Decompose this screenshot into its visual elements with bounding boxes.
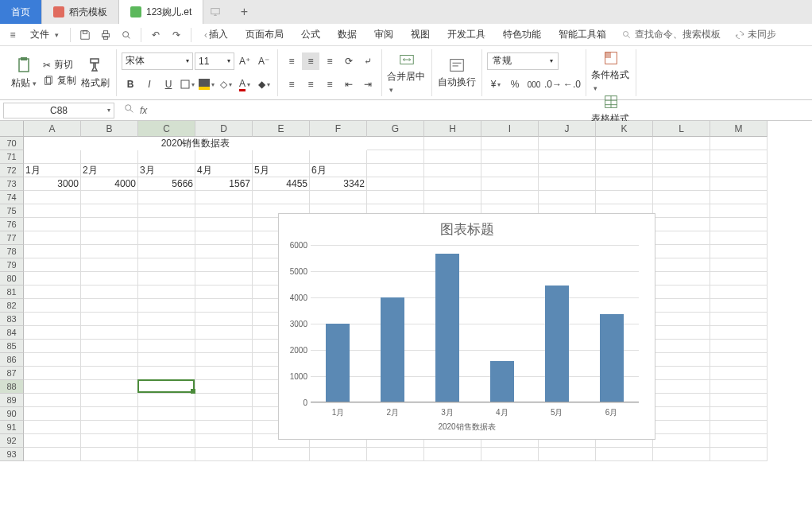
- cell[interactable]: [653, 367, 710, 380]
- cell[interactable]: [24, 218, 81, 231]
- cell[interactable]: [653, 340, 710, 353]
- column-header[interactable]: B: [81, 121, 138, 137]
- cell[interactable]: [367, 448, 424, 461]
- column-header[interactable]: E: [253, 121, 310, 137]
- cell[interactable]: [710, 353, 768, 367]
- row-header[interactable]: 78: [0, 245, 24, 258]
- row-header[interactable]: 86: [0, 353, 24, 367]
- cell[interactable]: [24, 231, 81, 245]
- row-header[interactable]: 82: [0, 299, 24, 313]
- cell[interactable]: 3000: [24, 177, 81, 191]
- chart-title[interactable]: 图表标题: [279, 214, 655, 242]
- cell[interactable]: [481, 177, 539, 191]
- bold-button[interactable]: B: [122, 76, 139, 93]
- cell[interactable]: [138, 353, 195, 367]
- cell[interactable]: [81, 218, 138, 231]
- row-header[interactable]: 85: [0, 340, 24, 353]
- cell[interactable]: [195, 340, 253, 353]
- menu-data[interactable]: 数据: [330, 24, 365, 46]
- cell[interactable]: [24, 258, 81, 272]
- cell[interactable]: [195, 218, 253, 231]
- cell[interactable]: [195, 150, 253, 164]
- row-header[interactable]: 80: [0, 272, 24, 286]
- cell[interactable]: [81, 245, 138, 258]
- increase-font-icon[interactable]: A⁺: [236, 52, 253, 70]
- column-header[interactable]: D: [195, 121, 253, 137]
- cell[interactable]: [24, 421, 81, 434]
- menu-view[interactable]: 视图: [403, 24, 438, 46]
- tab-document[interactable]: 123婉儿.et: [119, 0, 203, 24]
- row-header[interactable]: 70: [0, 137, 24, 150]
- cell[interactable]: [653, 326, 710, 340]
- copy-button[interactable]: 复制: [43, 73, 76, 89]
- cell[interactable]: [138, 313, 195, 326]
- file-menu[interactable]: 文件: [24, 28, 65, 41]
- cell[interactable]: [138, 150, 195, 164]
- column-header[interactable]: F: [310, 121, 367, 137]
- row-header[interactable]: 73: [0, 177, 24, 191]
- cell[interactable]: 5月: [253, 164, 310, 177]
- cell[interactable]: [653, 218, 710, 231]
- cell[interactable]: [596, 164, 653, 177]
- cell[interactable]: [710, 245, 768, 258]
- menu-special[interactable]: 特色功能: [495, 24, 549, 46]
- cell[interactable]: [138, 407, 195, 421]
- row-header[interactable]: 93: [0, 448, 24, 461]
- cell[interactable]: [539, 191, 596, 204]
- column-header[interactable]: L: [653, 121, 710, 137]
- cell[interactable]: [653, 394, 710, 407]
- cell[interactable]: [138, 231, 195, 245]
- percent-icon[interactable]: %: [506, 76, 524, 93]
- cell[interactable]: [653, 231, 710, 245]
- cell[interactable]: [710, 137, 768, 150]
- wrap-icon[interactable]: ⤶: [359, 52, 377, 70]
- row-header[interactable]: 83: [0, 313, 24, 326]
- cell[interactable]: [81, 407, 138, 421]
- cell[interactable]: [81, 313, 138, 326]
- cell[interactable]: [24, 204, 81, 218]
- row-header[interactable]: 79: [0, 258, 24, 272]
- cell[interactable]: [24, 407, 81, 421]
- cell[interactable]: [138, 326, 195, 340]
- cell[interactable]: [710, 177, 768, 191]
- orientation-icon[interactable]: ⟳: [340, 52, 358, 70]
- column-header[interactable]: A: [24, 121, 81, 137]
- cell[interactable]: [596, 150, 653, 164]
- indent-increase-icon[interactable]: ⇥: [359, 76, 377, 93]
- cell[interactable]: [81, 434, 138, 448]
- cell[interactable]: [539, 150, 596, 164]
- cell[interactable]: [24, 286, 81, 299]
- wrap-text-button[interactable]: 自动换行: [437, 56, 477, 89]
- app-menu-icon[interactable]: ≡: [3, 25, 22, 45]
- clear-button[interactable]: ◇: [217, 76, 234, 93]
- cell[interactable]: [195, 367, 253, 380]
- cell[interactable]: [710, 367, 768, 380]
- cell[interactable]: [81, 353, 138, 367]
- cell[interactable]: [81, 394, 138, 407]
- cell[interactable]: [81, 326, 138, 340]
- cell[interactable]: [81, 299, 138, 313]
- cell[interactable]: 1567: [195, 177, 253, 191]
- chart-bar[interactable]: [545, 286, 569, 402]
- cell[interactable]: [81, 340, 138, 353]
- column-header[interactable]: I: [481, 121, 539, 137]
- cell[interactable]: [138, 299, 195, 313]
- column-header[interactable]: K: [596, 121, 653, 137]
- cell[interactable]: 3月: [138, 164, 195, 177]
- cell[interactable]: [253, 448, 310, 461]
- cell[interactable]: [81, 367, 138, 380]
- cell[interactable]: [653, 177, 710, 191]
- decrease-decimal-icon[interactable]: ←.0: [563, 76, 581, 93]
- cell[interactable]: [81, 231, 138, 245]
- cell[interactable]: [653, 299, 710, 313]
- cell[interactable]: [710, 394, 768, 407]
- cell[interactable]: [481, 448, 539, 461]
- border-button[interactable]: [179, 76, 196, 93]
- fill-color-button[interactable]: [198, 76, 215, 93]
- menu-review[interactable]: 审阅: [366, 24, 401, 46]
- cell[interactable]: [710, 299, 768, 313]
- cell[interactable]: [81, 448, 138, 461]
- cell[interactable]: [24, 326, 81, 340]
- row-header[interactable]: 81: [0, 286, 24, 299]
- cell[interactable]: [195, 191, 253, 204]
